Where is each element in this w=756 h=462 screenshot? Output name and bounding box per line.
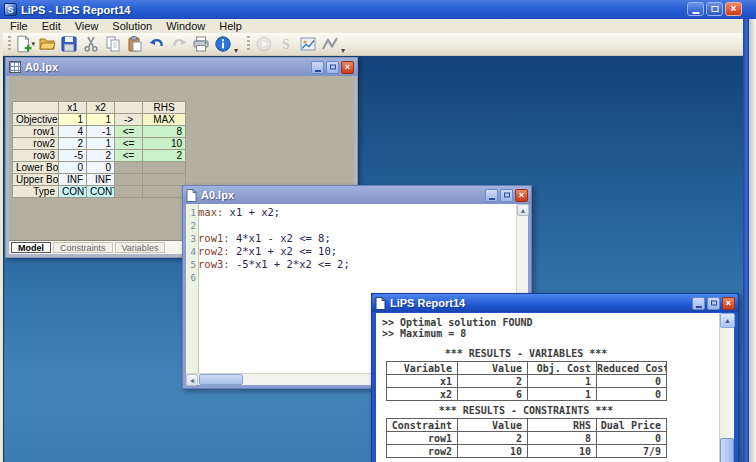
model-window-titlebar[interactable]: A0.lpx × bbox=[6, 58, 357, 76]
desktop-background bbox=[749, 19, 756, 462]
editor-window-title: A0.lpx bbox=[201, 189, 485, 201]
tab-constraints[interactable]: Constraints bbox=[53, 242, 113, 253]
scrollbar-thumb[interactable] bbox=[199, 374, 243, 385]
save-floppy-icon bbox=[60, 35, 78, 53]
save-button[interactable] bbox=[58, 34, 80, 55]
toolbar-group-solution: S ▾ bbox=[242, 33, 349, 56]
minimize-button[interactable] bbox=[692, 297, 705, 310]
report-window-titlebar[interactable]: LiPS Report14 × bbox=[372, 294, 738, 312]
toolbar-overflow-icon[interactable]: ▾ bbox=[234, 46, 238, 55]
constraints-section-heading: *** RESULTS - CONSTRAINTS *** bbox=[386, 405, 666, 416]
cut-button[interactable] bbox=[80, 34, 102, 55]
menu-window[interactable]: Window bbox=[159, 20, 212, 32]
maximize-button[interactable] bbox=[326, 61, 339, 74]
table-row[interactable]: Lower Bound 0 0 bbox=[13, 162, 186, 174]
scroll-up-icon[interactable]: ▲ bbox=[517, 204, 529, 216]
about-button[interactable] bbox=[212, 34, 234, 55]
copy-button[interactable] bbox=[102, 34, 124, 55]
column-rhs: RHS bbox=[143, 102, 186, 114]
close-button[interactable]: × bbox=[722, 297, 735, 310]
app-logo-icon: S bbox=[4, 3, 17, 16]
cut-scissors-icon bbox=[82, 35, 100, 53]
close-button[interactable]: × bbox=[725, 2, 742, 16]
toolbar-grip[interactable] bbox=[8, 36, 11, 52]
report-content[interactable]: >> Optimal solution FOUND >> Maximum = 8… bbox=[376, 313, 719, 462]
table-row: x2 6 1 0 bbox=[387, 388, 667, 401]
open-folder-icon bbox=[38, 35, 56, 53]
status-line: >> Maximum = 8 bbox=[382, 328, 719, 339]
menu-edit[interactable]: Edit bbox=[35, 20, 68, 32]
redo-button[interactable] bbox=[168, 34, 190, 55]
graphic-solution-button[interactable] bbox=[297, 34, 319, 55]
maximize-button[interactable] bbox=[500, 189, 513, 202]
close-button[interactable]: × bbox=[515, 189, 528, 202]
svg-text:S: S bbox=[282, 37, 290, 52]
table-row[interactable]: row1 4 -1 <= 8 bbox=[13, 126, 186, 138]
simplex-s-icon: S bbox=[277, 35, 295, 53]
close-button[interactable]: × bbox=[341, 61, 354, 74]
code-line[interactable]: 2 bbox=[186, 219, 516, 232]
sensitivity-analysis-button[interactable] bbox=[319, 34, 341, 55]
paste-button[interactable] bbox=[124, 34, 146, 55]
print-icon bbox=[192, 35, 210, 53]
code-line[interactable]: 6 bbox=[186, 271, 516, 284]
menu-file[interactable]: File bbox=[3, 20, 35, 32]
table-row[interactable]: row3 -5 2 <= 2 bbox=[13, 150, 186, 162]
menu-help[interactable]: Help bbox=[212, 20, 249, 32]
report-document-icon bbox=[375, 297, 386, 310]
main-titlebar[interactable]: S LiPS - LiPS Report14 × bbox=[0, 0, 756, 19]
model-table[interactable]: x1 x2 RHS Objective 1 1 -> MAX row1 bbox=[12, 101, 186, 198]
model-window-title: A0.lpx bbox=[25, 61, 311, 73]
minimize-button[interactable] bbox=[311, 61, 324, 74]
maximize-button[interactable] bbox=[706, 2, 723, 16]
undo-arrow-icon bbox=[148, 35, 166, 53]
editor-window-titlebar[interactable]: A0.lpx × bbox=[183, 186, 531, 204]
table-header-row: Constraint Value RHS Dual Price bbox=[387, 419, 667, 432]
scroll-up-icon[interactable]: ▲ bbox=[720, 313, 735, 328]
open-button[interactable] bbox=[36, 34, 58, 55]
table-header-row: Variable Value Obj. Cost Reduced Cost bbox=[387, 362, 667, 375]
variables-section-heading: *** RESULTS - VARIABLES *** bbox=[386, 348, 666, 359]
toolbar-grip[interactable] bbox=[247, 36, 250, 52]
code-line[interactable]: 3row1: 4*x1 - x2 <= 8; bbox=[186, 232, 516, 245]
code-line[interactable]: 4row2: 2*x1 + x2 <= 10; bbox=[186, 245, 516, 258]
scroll-left-icon[interactable]: ◄ bbox=[186, 374, 198, 386]
minimize-button[interactable] bbox=[687, 2, 704, 16]
new-dropdown-arrow[interactable]: ▾ bbox=[31, 40, 35, 48]
mdi-workspace: A0.lpx × x1 x2 RHS bbox=[3, 56, 743, 462]
constraints-results-table: Constraint Value RHS Dual Price row1 2 8… bbox=[386, 418, 667, 458]
simplex-button[interactable]: S bbox=[275, 34, 297, 55]
minimize-button[interactable] bbox=[485, 189, 498, 202]
table-row[interactable]: Type CONT CONT bbox=[13, 186, 186, 198]
table-row[interactable]: Objective 1 1 -> MAX bbox=[13, 114, 186, 126]
new-button[interactable]: ▾ bbox=[14, 34, 36, 55]
tab-model[interactable]: Model bbox=[11, 242, 51, 253]
info-icon bbox=[214, 35, 232, 53]
toolbar-overflow-icon[interactable]: ▾ bbox=[341, 46, 345, 55]
document-icon bbox=[186, 189, 197, 202]
table-row[interactable]: row2 2 1 <= 10 bbox=[13, 138, 186, 150]
undo-button[interactable] bbox=[146, 34, 168, 55]
table-row[interactable]: Upper Bound INF INF bbox=[13, 174, 186, 186]
code-line[interactable]: 5row3: -5*x1 + 2*x2 <= 2; bbox=[186, 258, 516, 271]
vertical-scrollbar[interactable]: ▲ bbox=[719, 313, 734, 462]
copy-icon bbox=[104, 35, 122, 53]
menu-bar: File Edit View Solution Window Help bbox=[3, 19, 743, 33]
print-button[interactable] bbox=[190, 34, 212, 55]
tab-variables[interactable]: Variables bbox=[115, 242, 166, 253]
sensitivity-line-icon bbox=[321, 35, 339, 53]
redo-arrow-icon bbox=[170, 35, 188, 53]
table-row: row1 2 8 0 bbox=[387, 432, 667, 445]
menu-view[interactable]: View bbox=[68, 20, 106, 32]
toolbar-group-standard: ▾ bbox=[3, 33, 242, 56]
code-line[interactable]: 1max: x1 + x2; bbox=[186, 206, 516, 219]
report-window-title: LiPS Report14 bbox=[390, 297, 692, 309]
report-window[interactable]: LiPS Report14 × >> Optimal solution FOUN… bbox=[371, 293, 739, 462]
menu-solution[interactable]: Solution bbox=[105, 20, 159, 32]
variables-results-table: Variable Value Obj. Cost Reduced Cost x1… bbox=[386, 361, 667, 401]
window-title: LiPS - LiPS Report14 bbox=[21, 4, 130, 16]
status-line: >> Optimal solution FOUND bbox=[382, 317, 719, 328]
maximize-button[interactable] bbox=[707, 297, 720, 310]
scrollbar-thumb[interactable] bbox=[720, 438, 734, 462]
solve-button[interactable] bbox=[253, 34, 275, 55]
